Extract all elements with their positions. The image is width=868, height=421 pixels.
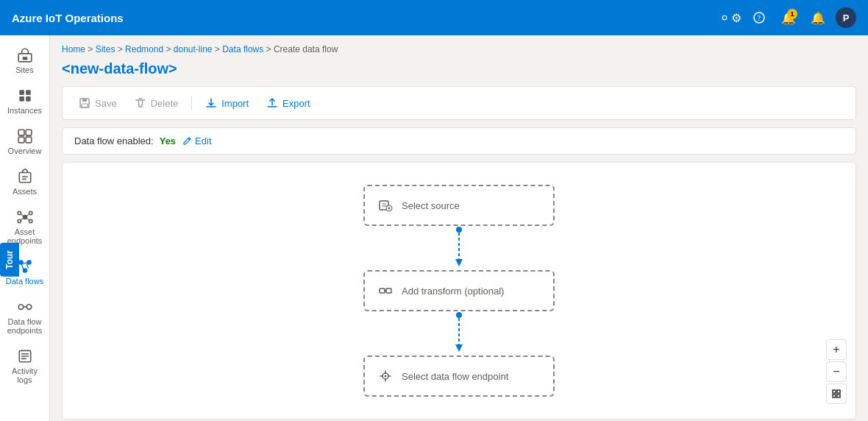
user-avatar[interactable]: P — [836, 7, 856, 28]
svg-point-16 — [18, 219, 21, 222]
endpoint-node[interactable]: Select data flow endpoint — [363, 355, 555, 397]
export-icon — [266, 97, 278, 109]
svg-rect-7 — [26, 96, 31, 102]
svg-marker-31 — [455, 259, 463, 266]
svg-rect-33 — [386, 289, 391, 293]
svg-point-14 — [18, 211, 21, 214]
notification-badge: 1 — [787, 9, 797, 19]
enabled-value: Yes — [160, 135, 176, 146]
sidebar-label-overview: Overview — [8, 146, 42, 155]
svg-point-15 — [29, 211, 32, 214]
transform-node[interactable]: Add transform (optional) — [363, 270, 555, 311]
svg-rect-10 — [18, 137, 24, 143]
svg-text:?: ? — [758, 14, 761, 22]
export-button[interactable]: Export — [259, 93, 318, 113]
sidebar-item-sites[interactable]: Sites — [2, 41, 48, 80]
svg-rect-8 — [18, 130, 24, 135]
svg-point-38 — [385, 375, 387, 378]
sidebar-label-sites: Sites — [15, 66, 33, 74]
edit-button[interactable]: Edit — [182, 135, 211, 146]
overview-icon — [17, 128, 33, 144]
save-label: Save — [95, 98, 117, 109]
enabled-label: Data flow enabled: — [74, 135, 154, 146]
sidebar-label-instances: Instances — [7, 106, 42, 115]
zoom-reset-button[interactable] — [826, 383, 847, 404]
delete-label: Delete — [151, 98, 179, 109]
zoom-controls: + − — [826, 339, 847, 404]
svg-rect-6 — [19, 96, 24, 102]
breadcrumb-data-flows[interactable]: Data flows — [222, 44, 263, 54]
zoom-in-button[interactable]: + — [826, 339, 847, 360]
app-title: Azure IoT Operations — [12, 12, 718, 24]
transform-node-icon — [377, 282, 394, 300]
connector-svg-2 — [452, 311, 466, 355]
svg-point-13 — [22, 215, 27, 220]
endpoint-node-label: Select data flow endpoint — [402, 371, 508, 382]
sidebar-item-instances[interactable]: Instances — [2, 82, 48, 121]
svg-point-22 — [26, 305, 32, 310]
zoom-out-button[interactable]: − — [826, 361, 847, 382]
svg-point-17 — [29, 219, 32, 222]
export-label: Export — [282, 98, 310, 109]
save-icon — [79, 97, 90, 109]
sidebar-item-activity-logs[interactable]: Activity logs — [2, 342, 48, 390]
app-body: Sites Instances Overview — [0, 35, 868, 421]
breadcrumb-sites[interactable]: Sites — [96, 44, 115, 54]
svg-rect-12 — [19, 173, 30, 183]
svg-rect-42 — [837, 395, 840, 397]
sidebar: Sites Instances Overview — [0, 35, 50, 421]
page-title: <new-data-flow> — [62, 60, 856, 77]
source-node-icon — [377, 197, 394, 214]
flow-container: Select source — [63, 163, 855, 419]
enabled-bar: Data flow enabled: Yes Edit — [62, 127, 856, 155]
svg-rect-41 — [833, 395, 836, 397]
transform-node-label: Add transform (optional) — [402, 286, 504, 297]
svg-point-29 — [456, 227, 462, 233]
svg-rect-40 — [837, 390, 840, 393]
source-node[interactable]: Select source — [363, 185, 555, 226]
edit-label: Edit — [195, 135, 211, 146]
breadcrumb-donut-line[interactable]: donut-line — [174, 44, 213, 54]
tour-button[interactable]: Tour — [0, 243, 19, 277]
sidebar-item-data-flow-endpoints[interactable]: Data flow endpoints — [2, 293, 48, 341]
sidebar-label-activity-logs: Activity logs — [5, 367, 45, 384]
source-node-label: Select source — [402, 200, 460, 211]
connector-1 — [452, 226, 466, 270]
sites-icon — [17, 47, 33, 63]
import-button[interactable]: Import — [198, 93, 256, 113]
settings-button[interactable]: ⚙ — [718, 6, 741, 29]
svg-rect-3 — [22, 57, 27, 60]
topbar-icons: ⚙ ? 🔔 1 🔔 P — [718, 6, 856, 29]
main-content: Home > Sites > Redmond > donut-line > Da… — [50, 35, 868, 421]
sidebar-label-data-flow-endpoints: Data flow endpoints — [5, 317, 45, 335]
connector-2 — [452, 311, 466, 355]
alerts-button[interactable]: 🔔 — [806, 6, 830, 29]
svg-rect-11 — [26, 137, 32, 143]
sidebar-label-assets: Assets — [13, 187, 37, 196]
svg-marker-36 — [455, 344, 463, 352]
instances-icon — [17, 88, 33, 104]
edit-icon — [182, 136, 192, 146]
connector-svg-1 — [452, 226, 466, 270]
help-button[interactable]: ? — [747, 6, 771, 29]
data-flow-endpoints-icon — [17, 299, 33, 315]
svg-rect-39 — [833, 390, 836, 393]
topbar: Azure IoT Operations ⚙ ? 🔔 1 🔔 P — [0, 0, 868, 35]
notifications-button[interactable]: 🔔 1 — [777, 6, 800, 29]
svg-point-21 — [18, 305, 24, 310]
sidebar-item-assets[interactable]: Assets — [2, 163, 48, 202]
svg-rect-9 — [26, 130, 32, 135]
breadcrumb-home[interactable]: Home — [62, 44, 85, 54]
assets-icon — [17, 169, 33, 185]
save-button[interactable]: Save — [71, 93, 124, 113]
sidebar-item-overview[interactable]: Overview — [2, 122, 48, 161]
toolbar-sep-1 — [191, 96, 192, 110]
asset-endpoints-icon — [17, 209, 33, 225]
activity-logs-icon — [17, 348, 33, 364]
flow-canvas: Select source — [62, 162, 856, 420]
svg-rect-25 — [82, 99, 87, 102]
delete-button[interactable]: Delete — [127, 93, 186, 113]
breadcrumb-redmond[interactable]: Redmond — [125, 44, 163, 54]
bell-icon: 🔔 — [811, 11, 825, 25]
fit-view-icon — [831, 389, 842, 399]
